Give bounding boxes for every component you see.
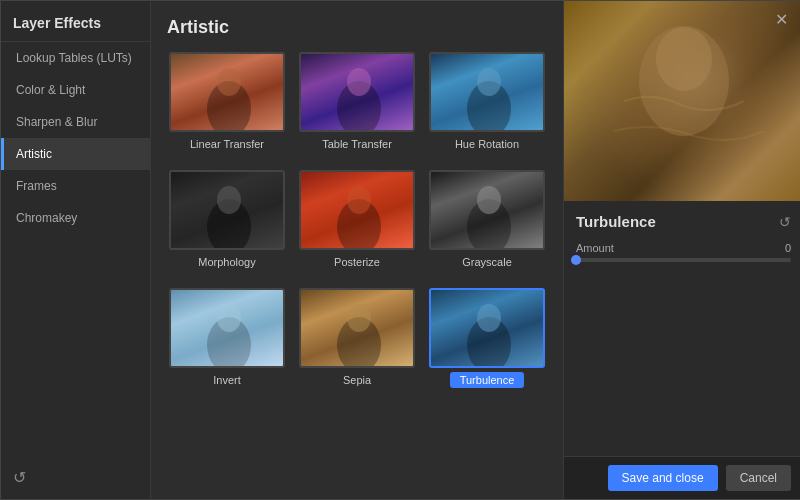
effect-label-sepia: Sepia <box>335 372 379 388</box>
svg-rect-20 <box>564 1 800 201</box>
sidebar-item-frames[interactable]: Frames <box>1 170 150 202</box>
effect-label-hue-rotation: Hue Rotation <box>447 136 527 152</box>
effect-item-grayscale[interactable]: Grayscale <box>427 166 547 274</box>
sidebar-item-artistic[interactable]: Artistic <box>1 138 150 170</box>
effects-grid: Linear Transfer Table Transfer <box>151 48 563 499</box>
amount-label-row: Amount 0 <box>576 242 791 254</box>
effect-label-grayscale: Grayscale <box>454 254 520 270</box>
effect-label-table-transfer: Table Transfer <box>314 136 400 152</box>
effect-thumb-hue-rotation <box>429 52 545 132</box>
amount-label: Amount <box>576 242 614 254</box>
effect-label-linear-transfer: Linear Transfer <box>182 136 272 152</box>
save-and-close-button[interactable]: Save and close <box>608 465 718 491</box>
sidebar-item-chromakey[interactable]: Chromakey <box>1 202 150 234</box>
svg-point-17 <box>477 304 501 332</box>
effect-thumb-sepia <box>299 288 415 368</box>
app-container: ✕ Layer Effects Lookup Tables (LUTs) Col… <box>0 0 800 500</box>
effect-label-posterize: Posterize <box>326 254 388 270</box>
effect-item-invert[interactable]: Invert <box>167 284 287 392</box>
effect-thumb-invert <box>169 288 285 368</box>
effect-label-invert: Invert <box>205 372 249 388</box>
svg-point-7 <box>217 186 241 214</box>
effect-item-posterize[interactable]: Posterize <box>297 166 417 274</box>
effect-thumb-table-transfer <box>299 52 415 132</box>
bottom-bar: Save and close Cancel <box>564 456 800 499</box>
effect-item-table-transfer[interactable]: Table Transfer <box>297 48 417 156</box>
cancel-button[interactable]: Cancel <box>726 465 791 491</box>
sidebar-bottom: ↺ <box>1 456 150 499</box>
sidebar-title: Layer Effects <box>1 1 150 42</box>
sidebar-item-lookup-tables[interactable]: Lookup Tables (LUTs) <box>1 42 150 74</box>
close-button[interactable]: ✕ <box>771 9 791 29</box>
svg-point-3 <box>347 68 371 96</box>
sidebar-item-sharpen-blur[interactable]: Sharpen & Blur <box>1 106 150 138</box>
effect-label-morphology: Morphology <box>190 254 263 270</box>
preview-area <box>564 1 800 201</box>
effect-thumb-morphology <box>169 170 285 250</box>
effect-controls: Turbulence ↺ Amount 0 <box>564 201 800 456</box>
effect-item-morphology[interactable]: Morphology <box>167 166 287 274</box>
main-content: Artistic Linear Transfer <box>151 1 563 499</box>
effect-name-row: Turbulence ↺ <box>576 213 791 230</box>
sidebar-item-color-light[interactable]: Color & Light <box>1 74 150 106</box>
effect-item-sepia[interactable]: Sepia <box>297 284 417 392</box>
sidebar-reset-icon[interactable]: ↺ <box>13 469 26 486</box>
effect-thumb-turbulence <box>429 288 545 368</box>
effect-name: Turbulence <box>576 213 656 230</box>
amount-slider-track[interactable] <box>576 258 791 262</box>
svg-point-13 <box>217 304 241 332</box>
right-panel: Turbulence ↺ Amount 0 Save and close Can… <box>563 1 800 499</box>
effect-item-hue-rotation[interactable]: Hue Rotation <box>427 48 547 156</box>
effect-item-turbulence[interactable]: Turbulence <box>427 284 547 392</box>
preview-image <box>564 1 800 201</box>
main-header: Artistic <box>151 1 563 48</box>
effect-thumb-grayscale <box>429 170 545 250</box>
reset-effect-icon[interactable]: ↺ <box>779 214 791 230</box>
sidebar: Layer Effects Lookup Tables (LUTs) Color… <box>1 1 151 499</box>
svg-point-9 <box>347 186 371 214</box>
svg-point-1 <box>217 68 241 96</box>
effect-thumb-linear-transfer <box>169 52 285 132</box>
svg-point-15 <box>347 304 371 332</box>
effect-thumb-posterize <box>299 170 415 250</box>
effect-label-turbulence: Turbulence <box>450 372 525 388</box>
svg-point-11 <box>477 186 501 214</box>
effect-item-linear-transfer[interactable]: Linear Transfer <box>167 48 287 156</box>
svg-point-5 <box>477 68 501 96</box>
amount-value: 0 <box>785 242 791 254</box>
amount-slider-group: Amount 0 <box>576 242 791 262</box>
amount-slider-thumb[interactable] <box>571 255 581 265</box>
